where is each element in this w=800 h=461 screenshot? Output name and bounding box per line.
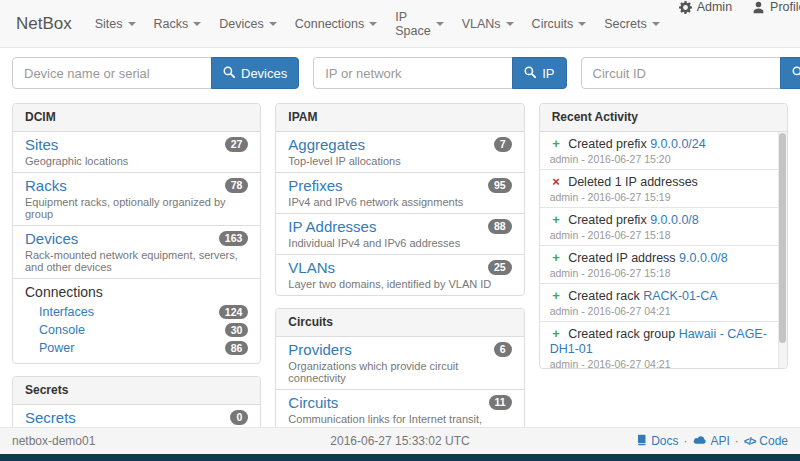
activity-action: Created IP address [568, 251, 675, 265]
nav-label: IP Space [395, 10, 430, 38]
circuits-panel: Circuits Providers 6 Organizations which… [275, 308, 524, 427]
hostname: netbox-demo01 [12, 434, 330, 448]
circuit-search-button[interactable]: Circuits [780, 57, 800, 89]
count-badge: 30 [225, 323, 249, 338]
secrets-link[interactable]: Secrets [25, 409, 76, 426]
count-badge: 124 [219, 305, 249, 320]
panel-title: Secrets [13, 377, 260, 405]
nav-item-circuits[interactable]: Circuits [523, 0, 596, 47]
secrets-panel: Secrets Secrets 0 Sensitive data (such a… [12, 376, 261, 427]
admin-link[interactable]: Admin [669, 0, 742, 14]
item-description: Layer two domains, identified by VLAN ID [288, 278, 511, 290]
item-description: Top-level IP allocations [288, 155, 511, 167]
count-badge: 0 [230, 410, 248, 425]
chevron-down-icon [506, 22, 514, 26]
chevron-down-icon [369, 22, 377, 26]
api-link[interactable]: API [693, 434, 730, 448]
nav-label: Profile [770, 0, 800, 14]
circuits-link[interactable]: Circuits [288, 394, 338, 411]
ip-search-group: IP [313, 57, 566, 89]
item-description: Geographic locations [25, 155, 248, 167]
docs-link[interactable]: Docs [635, 434, 678, 449]
activity-scrollbar-thumb[interactable] [779, 133, 786, 343]
nav-item-devices[interactable]: Devices [210, 0, 285, 47]
count-badge: 163 [219, 231, 249, 246]
activity-meta: admin - 2016-06-27 15:18 [550, 229, 769, 242]
plus-icon: + [550, 326, 563, 341]
chevron-down-icon [128, 22, 136, 26]
count-badge: 88 [488, 219, 512, 234]
profile-link[interactable]: Profile [742, 0, 800, 14]
prefixes-link[interactable]: Prefixes [288, 177, 342, 194]
activity-meta: admin - 2016-06-27 15:18 [550, 267, 769, 280]
activity-object-link[interactable]: 9.0.0.0/8 [650, 213, 699, 227]
racks-link[interactable]: Racks [25, 177, 67, 194]
chevron-down-icon [578, 22, 586, 26]
cloud-icon [693, 434, 707, 448]
count-badge: 78 [225, 178, 249, 193]
activity-meta: admin - 2016-06-27 04:21 [550, 305, 769, 318]
plus-icon: + [550, 288, 563, 303]
chevron-down-icon [193, 22, 201, 26]
nav-item-connections[interactable]: Connections [286, 0, 387, 47]
nav-item-vlans[interactable]: VLANs [453, 0, 523, 47]
search-icon [524, 66, 536, 81]
activity-scrollbar-track [778, 132, 787, 368]
nav-item-sites[interactable]: Sites [86, 0, 145, 47]
item-description: Individual IPv4 and IPv6 addresses [288, 237, 511, 249]
dashboard-item-aggregates: Aggregates 7 Top-level IP allocations [276, 132, 523, 173]
ipam-panel: IPAM Aggregates 7 Top-level IP allocatio… [275, 103, 524, 296]
chevron-down-icon [269, 22, 277, 26]
sites-link[interactable]: Sites [25, 136, 58, 153]
ip-addresses-link[interactable]: IP Addresses [288, 218, 376, 235]
activity-object-link[interactable]: 9.0.0.0/24 [650, 137, 706, 151]
activity-item: + Created rack group Hawaii - CAGE-DH1-0… [540, 322, 787, 368]
panel-title: IPAM [276, 104, 523, 132]
ip-search-input[interactable] [313, 57, 513, 89]
panel-title: Recent Activity [540, 104, 787, 132]
dashboard-item-providers: Providers 6 Organizations which provide … [276, 337, 523, 390]
netbox-brand[interactable]: NetBox [10, 0, 86, 47]
bottom-bar [0, 454, 800, 461]
nav-label: Racks [154, 17, 189, 31]
recent-activity-panel: Recent Activity + Created prefix 9.0.0.0… [539, 103, 788, 369]
circuit-search-input[interactable] [581, 57, 781, 89]
plus-icon: + [550, 250, 563, 265]
dashboard-item-ip-addresses: IP Addresses 88 Individual IPv4 and IPv6… [276, 214, 523, 255]
providers-link[interactable]: Providers [288, 341, 351, 358]
code-link[interactable]: </> Code [744, 434, 788, 448]
column-ipam: IPAM Aggregates 7 Top-level IP allocatio… [275, 103, 524, 427]
count-badge: 6 [494, 342, 512, 357]
activity-object-link[interactable]: 9.0.0.0/8 [679, 251, 728, 265]
code-icon: </> [744, 436, 755, 447]
gear-icon [679, 1, 692, 14]
nav-item-racks[interactable]: Racks [145, 0, 211, 47]
ip-search-button[interactable]: IP [512, 57, 566, 89]
x-icon: × [550, 174, 563, 189]
item-description: Organizations which provide circuit conn… [288, 360, 511, 384]
aggregates-link[interactable]: Aggregates [288, 136, 365, 153]
activity-action: Created rack [568, 289, 640, 303]
devices-link[interactable]: Devices [25, 230, 78, 247]
nav-label: Sites [95, 17, 123, 31]
user-icon [752, 1, 765, 14]
nav-label: VLANs [462, 17, 501, 31]
power-link[interactable]: Power [39, 341, 74, 356]
activity-action: Created prefix [568, 137, 647, 151]
link-label: Code [759, 434, 788, 448]
device-search-button[interactable]: Devices [211, 57, 299, 89]
nav-item-secrets[interactable]: Secrets [595, 0, 668, 47]
interfaces-link[interactable]: Interfaces [39, 305, 94, 320]
panel-title: Circuits [276, 309, 523, 337]
activity-action: Created prefix [568, 213, 647, 227]
activity-list[interactable]: + Created prefix 9.0.0.0/24 admin - 2016… [540, 132, 787, 368]
activity-item: + Created prefix 9.0.0.0/8 admin - 2016-… [540, 208, 787, 246]
footer: netbox-demo01 2016-06-27 15:33:02 UTC Do… [0, 427, 800, 454]
nav-item-ip-space[interactable]: IP Space [386, 0, 452, 47]
user-nav: Admin Profile Log out [669, 0, 800, 47]
console-link[interactable]: Console [39, 323, 85, 338]
connections-title: Connections [25, 284, 248, 301]
activity-object-link[interactable]: RACK-01-CA [643, 289, 717, 303]
vlans-link[interactable]: VLANs [288, 259, 335, 276]
device-search-input[interactable] [12, 57, 212, 89]
